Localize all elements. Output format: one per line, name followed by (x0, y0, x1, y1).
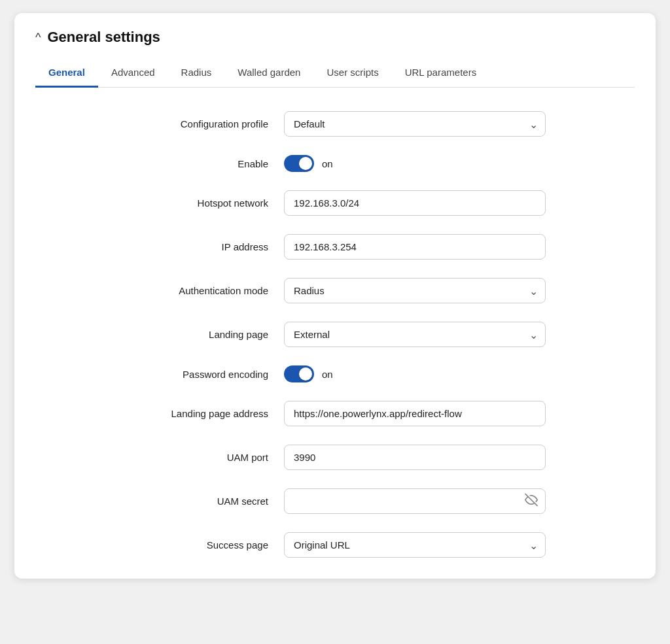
landing-page-select[interactable]: External Internal None (284, 322, 546, 347)
configuration-profile-label: Configuration profile (124, 118, 268, 129)
tab-radius[interactable]: Radius (168, 59, 225, 88)
settings-panel: ^ General settings General Advanced Radi… (14, 13, 656, 579)
eye-off-icon[interactable] (525, 493, 538, 509)
configuration-profile-select[interactable]: Default Custom (284, 111, 546, 137)
enable-row: Enable on (48, 155, 622, 172)
ip-address-row: IP address (48, 234, 622, 260)
auth-mode-row: Authentication mode Radius None Chilli ⌄ (48, 278, 622, 303)
uam-port-input[interactable] (284, 445, 546, 470)
uam-secret-input-wrap (284, 488, 546, 514)
uam-secret-wrap (284, 488, 546, 514)
panel-header: ^ General settings (35, 29, 635, 46)
success-page-wrap: Original URL Custom URL ⌄ (284, 532, 546, 558)
hotspot-network-label: Hotspot network (124, 197, 268, 209)
enable-toggle[interactable] (284, 155, 314, 172)
auth-mode-select-wrap: Radius None Chilli ⌄ (284, 278, 546, 303)
password-encoding-toggle[interactable] (284, 365, 314, 382)
password-encoding-toggle-row: on (284, 365, 546, 382)
uam-port-label: UAM port (124, 452, 268, 463)
landing-page-row: Landing page External Internal None ⌄ (48, 322, 622, 347)
tab-user-scripts[interactable]: User scripts (313, 59, 391, 88)
configuration-profile-row: Configuration profile Default Custom ⌄ (48, 111, 622, 137)
configuration-profile-wrap: Default Custom ⌄ (284, 111, 546, 137)
hotspot-network-input[interactable] (284, 190, 546, 216)
configuration-profile-select-wrap: Default Custom ⌄ (284, 111, 546, 137)
auth-mode-select[interactable]: Radius None Chilli (284, 278, 546, 303)
tab-general[interactable]: General (35, 59, 98, 88)
auth-mode-label: Authentication mode (124, 285, 268, 296)
uam-port-row: UAM port (48, 445, 622, 470)
enable-toggle-row: on (284, 155, 546, 172)
tabs-bar: General Advanced Radius Walled garden Us… (35, 59, 635, 88)
success-page-row: Success page Original URL Custom URL ⌄ (48, 532, 622, 558)
password-encoding-wrap: on (284, 365, 546, 382)
tab-advanced[interactable]: Advanced (98, 59, 168, 88)
uam-secret-input[interactable] (284, 488, 546, 514)
enable-label: Enable (124, 158, 268, 169)
success-page-select-wrap: Original URL Custom URL ⌄ (284, 532, 546, 558)
landing-page-label: Landing page (124, 329, 268, 340)
enable-status-label: on (322, 158, 333, 169)
password-encoding-status-label: on (322, 369, 333, 380)
enable-wrap: on (284, 155, 546, 172)
hotspot-network-row: Hotspot network (48, 190, 622, 216)
success-page-select[interactable]: Original URL Custom URL (284, 532, 546, 558)
uam-secret-label: UAM secret (124, 496, 268, 507)
enable-slider (284, 155, 314, 172)
tab-url-parameters[interactable]: URL parameters (392, 59, 489, 88)
ip-address-input[interactable] (284, 234, 546, 260)
landing-page-select-wrap: External Internal None ⌄ (284, 322, 546, 347)
landing-page-address-input[interactable] (284, 401, 546, 426)
password-encoding-label: Password encoding (124, 369, 268, 380)
hotspot-network-wrap (284, 190, 546, 216)
auth-mode-wrap: Radius None Chilli ⌄ (284, 278, 546, 303)
success-page-label: Success page (124, 539, 268, 551)
password-encoding-row: Password encoding on (48, 365, 622, 382)
landing-page-wrap: External Internal None ⌄ (284, 322, 546, 347)
landing-page-address-label: Landing page address (124, 408, 268, 419)
password-encoding-slider (284, 365, 314, 382)
landing-page-address-row: Landing page address (48, 401, 622, 426)
uam-secret-row: UAM secret (48, 488, 622, 514)
panel-title: General settings (47, 29, 160, 46)
ip-address-wrap (284, 234, 546, 260)
ip-address-label: IP address (124, 241, 268, 252)
form-body: Configuration profile Default Custom ⌄ E… (35, 111, 635, 558)
uam-port-wrap (284, 445, 546, 470)
tab-walled-garden[interactable]: Walled garden (224, 59, 313, 88)
collapse-icon[interactable]: ^ (35, 31, 41, 44)
landing-page-address-wrap (284, 401, 546, 426)
